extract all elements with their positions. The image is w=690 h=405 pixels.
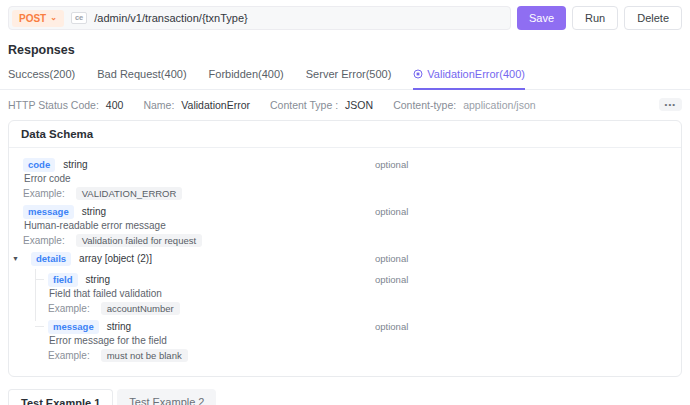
run-button[interactable]: Run — [572, 6, 618, 30]
chevron-down-icon: ⌄ — [50, 15, 57, 21]
example-value: accountNumber — [101, 302, 180, 315]
method-dropdown[interactable]: POST ⌄ — [12, 10, 64, 27]
field-type: string — [107, 321, 131, 332]
field-name-badge: details — [31, 252, 71, 266]
schema-field-details-message: message string optional Error message fo… — [48, 319, 667, 362]
responses-heading: Responses — [8, 43, 682, 57]
schema-field-message: message string optional Human-readable e… — [23, 204, 667, 247]
tab-test-example-2[interactable]: Test Example 2 — [117, 389, 216, 405]
field-description: Field that failed validation — [48, 288, 667, 299]
example-label: Example: — [48, 303, 90, 314]
response-tabs: Success(200) Bad Request(400) Forbidden(… — [0, 64, 690, 90]
collapse-caret-icon[interactable]: ▼ — [12, 255, 23, 262]
data-schema-body: code string optional Error code Example:… — [9, 148, 681, 376]
tab-forbidden-400[interactable]: Forbidden(400) — [209, 64, 284, 89]
test-example-tabs: Test Example 1 Test Example 2 — [8, 389, 682, 405]
example-label: Example: — [23, 188, 65, 199]
save-button[interactable]: Save — [517, 6, 566, 30]
data-schema-title: Data Schema — [9, 121, 681, 148]
field-type: string — [82, 206, 106, 217]
field-type: string — [86, 274, 110, 285]
url-bar[interactable]: POST ⌄ ce /admin/v1/transaction/{txnType… — [8, 6, 511, 30]
endpoint-toolbar: POST ⌄ ce /admin/v1/transaction/{txnType… — [8, 6, 682, 30]
schema-field-details-field: field string optional Field that failed … — [48, 272, 667, 315]
endpoint-url[interactable]: /admin/v1/transaction/{txnType} — [94, 12, 247, 24]
example-label: Example: — [23, 235, 65, 246]
field-flag: optional — [375, 159, 408, 170]
ref-icon — [413, 69, 423, 79]
details-children: field string optional Field that failed … — [35, 272, 667, 362]
example-label: Example: — [48, 350, 90, 361]
method-label: POST — [19, 13, 46, 24]
data-schema-panel: Data Schema code string optional Error c… — [8, 120, 682, 377]
schema-field-details: ▼ details array [object (2)] optional fi… — [23, 251, 667, 362]
response-name: Name: ValidationError — [143, 99, 250, 111]
tab-test-example-1[interactable]: Test Example 1 — [8, 389, 113, 405]
example-value: VALIDATION_ERROR — [76, 187, 183, 200]
field-flag: optional — [375, 206, 408, 217]
response-meta-row: HTTP Status Code: 400 Name: ValidationEr… — [0, 90, 690, 120]
field-flag: optional — [375, 321, 408, 332]
content-type: Content Type : JSON — [270, 99, 373, 111]
more-options-button[interactable]: ••• — [659, 98, 682, 111]
field-name-badge: code — [23, 158, 55, 172]
tab-validation-error-400[interactable]: ValidationError(400) — [413, 64, 525, 90]
field-description: Error message for the field — [48, 335, 667, 346]
field-description: Error code — [23, 173, 667, 184]
field-type: array [object (2)] — [79, 253, 152, 264]
tab-validation-error-label: ValidationError(400) — [427, 68, 525, 80]
field-description: Human-readable error message — [23, 220, 667, 231]
delete-button[interactable]: Delete — [624, 6, 682, 30]
field-name-badge: field — [48, 273, 78, 287]
content-type-header: Content-type: application/json — [393, 99, 535, 111]
tab-bad-request-400[interactable]: Bad Request(400) — [97, 64, 186, 89]
field-flag: optional — [375, 274, 408, 285]
example-value: must not be blank — [101, 349, 188, 362]
tab-success-200[interactable]: Success(200) — [8, 64, 75, 89]
field-flag: optional — [375, 253, 408, 264]
field-name-badge: message — [48, 320, 99, 334]
field-type: string — [63, 159, 87, 170]
example-value: Validation failed for request — [76, 234, 202, 247]
tab-server-error-500[interactable]: Server Error(500) — [306, 64, 392, 89]
env-badge: ce — [71, 12, 87, 24]
schema-field-code: code string optional Error code Example:… — [23, 157, 667, 200]
http-status-code: HTTP Status Code: 400 — [8, 99, 123, 111]
field-name-badge: message — [23, 205, 74, 219]
